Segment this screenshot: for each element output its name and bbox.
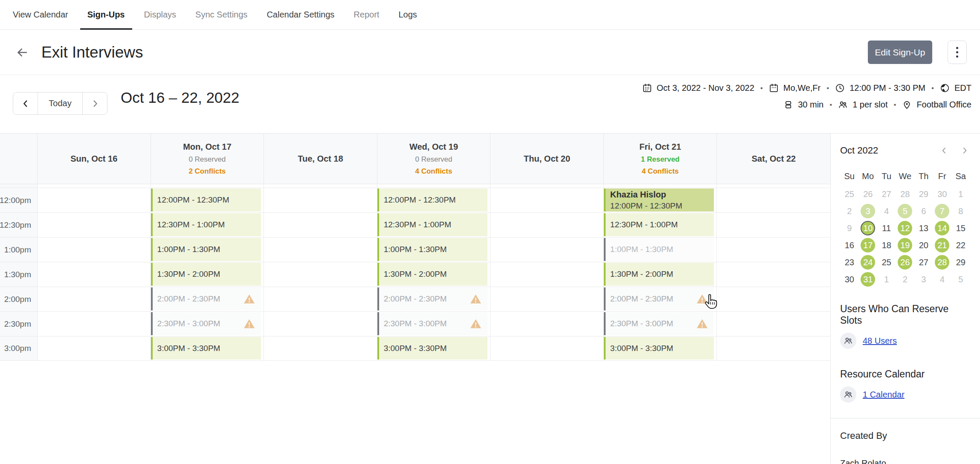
- today-button[interactable]: Today: [38, 93, 83, 114]
- minical-day-24[interactable]: 24: [859, 254, 878, 271]
- calendar-count-link[interactable]: 1 Calendar: [863, 390, 905, 400]
- minical-day-30[interactable]: 30: [840, 271, 859, 288]
- users-chip-icon: [840, 333, 856, 349]
- time-slot-open[interactable]: 12:30PM - 1:00PM: [604, 213, 714, 236]
- grid-cell: [38, 287, 151, 311]
- time-slot-open[interactable]: 3:00PM - 3:30PM: [377, 337, 488, 360]
- minical-day-5[interactable]: 5: [896, 203, 915, 220]
- minical-day-21[interactable]: 21: [933, 237, 952, 254]
- minical-next-button[interactable]: [960, 146, 969, 155]
- edit-signup-button[interactable]: Edit Sign-Up: [868, 41, 932, 64]
- users-count-link[interactable]: 48 Users: [863, 336, 897, 346]
- time-slot-open[interactable]: 12:30PM - 1:00PM: [377, 213, 488, 236]
- time-slot-conflict[interactable]: 2:00PM - 2:30PM: [151, 287, 261, 310]
- nav-tab-displays[interactable]: Displays: [144, 0, 177, 29]
- time-slot-open[interactable]: 12:00PM - 12:30PM: [151, 188, 261, 212]
- minical-prev-button[interactable]: [940, 146, 948, 155]
- minical-day-17[interactable]: 17: [859, 237, 878, 254]
- time-slot-open[interactable]: 1:00PM - 1:30PM: [377, 238, 488, 261]
- time-slot-conflict[interactable]: 2:30PM - 3:00PM: [604, 312, 714, 335]
- day-header-sun-oct-16: Sun, Oct 16: [38, 133, 151, 184]
- time-slot-conflict[interactable]: 2:30PM - 3:00PM: [377, 312, 488, 335]
- nav-tab-report[interactable]: Report: [354, 0, 379, 29]
- minical-day-28[interactable]: 28: [933, 254, 952, 271]
- minical-day-27[interactable]: 27: [914, 254, 933, 271]
- minical-day-26[interactable]: 26: [859, 186, 878, 203]
- grid-cell: [264, 312, 377, 336]
- minical-day-22[interactable]: 22: [951, 237, 970, 254]
- minical-day-29[interactable]: 29: [914, 186, 933, 203]
- minical-day-20[interactable]: 20: [914, 237, 933, 254]
- minical-day-13[interactable]: 13: [914, 220, 933, 237]
- minical-day-30[interactable]: 30: [933, 186, 952, 203]
- slot-time: 12:00PM - 12:30PM: [384, 195, 488, 205]
- nav-tab-sync-settings[interactable]: Sync Settings: [195, 0, 247, 29]
- time-slot-unavailable[interactable]: 1:00PM - 1:30PM: [604, 238, 714, 261]
- back-button[interactable]: [13, 43, 32, 62]
- next-week-button[interactable]: [83, 93, 107, 114]
- minical-day-1[interactable]: 1: [951, 186, 970, 203]
- time-slot-open[interactable]: 1:30PM - 2:00PM: [377, 263, 488, 286]
- time-slot-reserved[interactable]: Khazia Hislop12:00PM - 12:30PM: [604, 188, 714, 212]
- minical-day-26[interactable]: 26: [896, 254, 915, 271]
- chevron-left-icon: [21, 99, 30, 108]
- time-row-2-00pm: 2:00pm2:00PM - 2:30PM2:00PM - 2:30PM2:00…: [0, 287, 830, 311]
- grid-cell: [717, 262, 830, 287]
- dot-separator: •: [893, 101, 896, 109]
- minical-day-15[interactable]: 15: [951, 220, 970, 237]
- minical-day-25[interactable]: 25: [840, 186, 859, 203]
- time-slot-open[interactable]: 1:30PM - 2:00PM: [604, 263, 714, 286]
- day-header-label: Wed, Oct 19: [409, 142, 458, 152]
- previous-week-button[interactable]: [13, 93, 38, 114]
- grid-cell: 2:00PM - 2:30PM: [151, 287, 264, 311]
- time-slot-conflict[interactable]: 2:30PM - 3:00PM: [151, 312, 261, 335]
- minical-day-11[interactable]: 11: [877, 220, 896, 237]
- minical-day-3[interactable]: 3: [914, 271, 933, 288]
- grid-cell: 12:30PM - 1:00PM: [151, 213, 264, 237]
- minical-day-19[interactable]: 19: [896, 237, 915, 254]
- time-slot-open[interactable]: 12:00PM - 12:30PM: [377, 188, 488, 212]
- nav-tab-view-calendar[interactable]: View Calendar: [13, 0, 68, 29]
- minical-day-4[interactable]: 4: [877, 203, 896, 220]
- time-slot-open[interactable]: 1:00PM - 1:30PM: [151, 238, 261, 261]
- minical-day-14[interactable]: 14: [933, 220, 952, 237]
- time-slot-conflict[interactable]: 2:00PM - 2:30PM: [604, 287, 714, 310]
- minical-day-7[interactable]: 7: [933, 203, 952, 220]
- minical-day-2[interactable]: 2: [896, 271, 915, 288]
- time-slot-open[interactable]: 3:00PM - 3:30PM: [604, 337, 714, 360]
- more-options-button[interactable]: [948, 41, 967, 64]
- minical-day-2[interactable]: 2: [840, 203, 859, 220]
- minical-day-number: 1: [879, 272, 894, 287]
- grid-cell: [264, 287, 377, 311]
- time-slot-open[interactable]: 12:30PM - 1:00PM: [151, 213, 261, 236]
- minical-day-3[interactable]: 3: [859, 203, 878, 220]
- minical-day-28[interactable]: 28: [896, 186, 915, 203]
- minical-day-6[interactable]: 6: [914, 203, 933, 220]
- minical-day-12[interactable]: 12: [896, 220, 915, 237]
- minical-day-23[interactable]: 23: [840, 254, 859, 271]
- time-slot-open[interactable]: 1:30PM - 2:00PM: [151, 263, 261, 286]
- minical-day-31[interactable]: 31: [859, 271, 878, 288]
- time-slot-conflict[interactable]: 2:00PM - 2:30PM: [377, 287, 488, 310]
- time-slot-open[interactable]: 3:00PM - 3:30PM: [151, 337, 261, 360]
- minical-day-25[interactable]: 25: [877, 254, 896, 271]
- minical-day-18[interactable]: 18: [877, 237, 896, 254]
- minical-day-5[interactable]: 5: [951, 271, 970, 288]
- minical-day-16[interactable]: 16: [840, 237, 859, 254]
- minical-day-29[interactable]: 29: [951, 254, 970, 271]
- minical-day-27[interactable]: 27: [877, 186, 896, 203]
- nav-tab-calendar-settings[interactable]: Calendar Settings: [267, 0, 334, 29]
- minical-day-1[interactable]: 1: [877, 271, 896, 288]
- minical-day-4[interactable]: 4: [933, 271, 952, 288]
- grid-cell: 12:30PM - 1:00PM: [377, 213, 491, 237]
- grid-cell: 3:00PM - 3:30PM: [151, 336, 264, 360]
- nav-tab-logs[interactable]: Logs: [398, 0, 417, 29]
- minical-day-10-today[interactable]: 10: [859, 220, 878, 237]
- minical-day-9[interactable]: 9: [840, 220, 859, 237]
- minical-day-8[interactable]: 8: [951, 203, 970, 220]
- detail-text: Oct 3, 2022 - Nov 3, 2022: [657, 83, 754, 93]
- minical-day-number: 24: [861, 255, 875, 270]
- minical-day-number: 13: [916, 221, 931, 235]
- nav-tab-sign-ups[interactable]: Sign-Ups: [87, 0, 125, 29]
- minical-day-number: 22: [954, 238, 968, 252]
